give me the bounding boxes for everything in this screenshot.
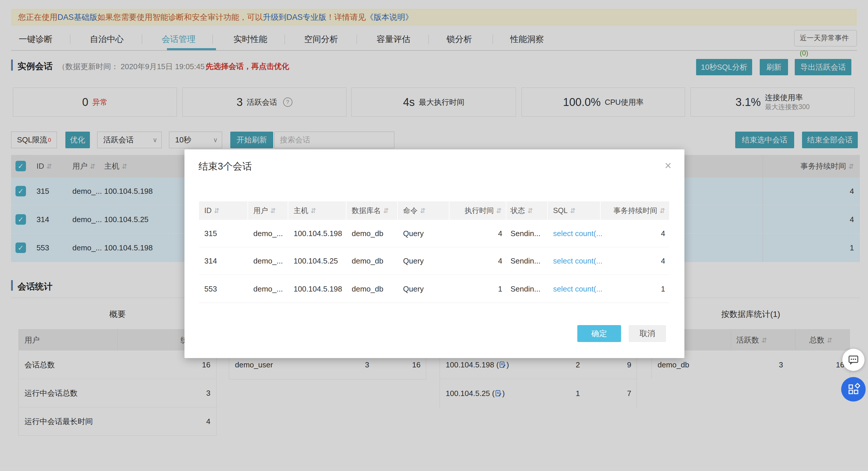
cell-id: 553 xyxy=(204,275,217,303)
cell-exec-time: 1 xyxy=(450,275,502,303)
sort-icon: ⇵ xyxy=(660,207,665,215)
sort-icon: ⇵ xyxy=(214,207,219,215)
cell-id: 315 xyxy=(204,220,217,247)
cell-db: demo_db xyxy=(352,220,383,247)
cell-host: 100.104.5.25 xyxy=(293,247,338,275)
cell-command: Query xyxy=(403,275,424,303)
cell-sql-link[interactable]: select count(... xyxy=(553,220,602,247)
app-grid-button[interactable] xyxy=(841,377,866,402)
cell-sql-link[interactable]: select count(... xyxy=(553,275,602,303)
modal-col-duration[interactable]: 事务持续时间⇵ xyxy=(601,201,669,220)
modal-table-header: ID⇵ 用户⇵ 主机⇵ 数据库名⇵ 命令⇵ 执行时间⇵ 状态⇵ SQL⇵ 事务持… xyxy=(199,201,669,220)
cell-state: Sendin... xyxy=(510,247,540,275)
grid-diamond-icon xyxy=(847,383,860,396)
feedback-chat-button[interactable] xyxy=(842,349,865,371)
modal-table-row: 314 demo_... 100.104.5.25 demo_db Query … xyxy=(199,247,669,275)
cell-user: demo_... xyxy=(253,275,283,303)
modal-table-row: 553 demo_... 100.104.5.198 demo_db Query… xyxy=(199,275,669,303)
cell-db: demo_db xyxy=(352,275,383,303)
chat-bubble-icon xyxy=(847,354,860,366)
cell-command: Query xyxy=(403,247,424,275)
cell-db: demo_db xyxy=(352,247,383,275)
modal-title: 结束3个会话 xyxy=(198,160,252,173)
modal-col-exec-time[interactable]: 执行时间⇵ xyxy=(450,201,506,220)
sort-icon: ⇵ xyxy=(570,207,576,215)
sort-icon: ⇵ xyxy=(496,207,502,215)
cell-exec-time: 4 xyxy=(450,220,502,247)
cell-exec-time: 4 xyxy=(450,247,502,275)
modal-col-state[interactable]: 状态⇵ xyxy=(506,201,548,220)
cell-id: 314 xyxy=(204,247,217,275)
confirm-button[interactable]: 确定 xyxy=(577,325,621,342)
sort-icon: ⇵ xyxy=(311,207,316,215)
sort-icon: ⇵ xyxy=(270,207,276,215)
modal-col-sql[interactable]: SQL⇵ xyxy=(548,201,601,220)
sort-icon: ⇵ xyxy=(420,207,426,215)
modal-col-id[interactable]: ID⇵ xyxy=(199,201,248,220)
modal-col-db[interactable]: 数据库名⇵ xyxy=(346,201,398,220)
cell-user: demo_... xyxy=(253,247,283,275)
cell-command: Query xyxy=(403,220,424,247)
modal-col-host[interactable]: 主机⇵ xyxy=(288,201,346,220)
cell-user: demo_... xyxy=(253,220,283,247)
cell-host: 100.104.5.198 xyxy=(293,220,342,247)
cell-duration: 4 xyxy=(601,220,665,247)
modal-col-user[interactable]: 用户⇵ xyxy=(248,201,288,220)
das-console-page: 您正在使用DAS基础版如果您需要使用智能诊断和安全审计功能，可以升级到DAS专业… xyxy=(0,0,868,471)
end-sessions-modal: 结束3个会话 × ID⇵ 用户⇵ 主机⇵ 数据库名⇵ 命令⇵ 执行时间⇵ 状态⇵… xyxy=(184,149,684,358)
cell-state: Sendin... xyxy=(510,275,540,303)
cell-state: Sendin... xyxy=(510,220,540,247)
close-icon[interactable]: × xyxy=(661,158,675,173)
cell-duration: 1 xyxy=(601,275,665,303)
modal-session-table: ID⇵ 用户⇵ 主机⇵ 数据库名⇵ 命令⇵ 执行时间⇵ 状态⇵ SQL⇵ 事务持… xyxy=(199,201,669,303)
cell-host: 100.104.5.198 xyxy=(293,275,342,303)
modal-table-row: 315 demo_... 100.104.5.198 demo_db Query… xyxy=(199,220,669,247)
cell-sql-link[interactable]: select count(... xyxy=(553,247,602,275)
sort-icon: ⇵ xyxy=(527,207,533,215)
modal-col-command[interactable]: 命令⇵ xyxy=(398,201,450,220)
sort-icon: ⇵ xyxy=(383,207,389,215)
cell-duration: 4 xyxy=(601,247,665,275)
cancel-button[interactable]: 取消 xyxy=(629,325,666,342)
